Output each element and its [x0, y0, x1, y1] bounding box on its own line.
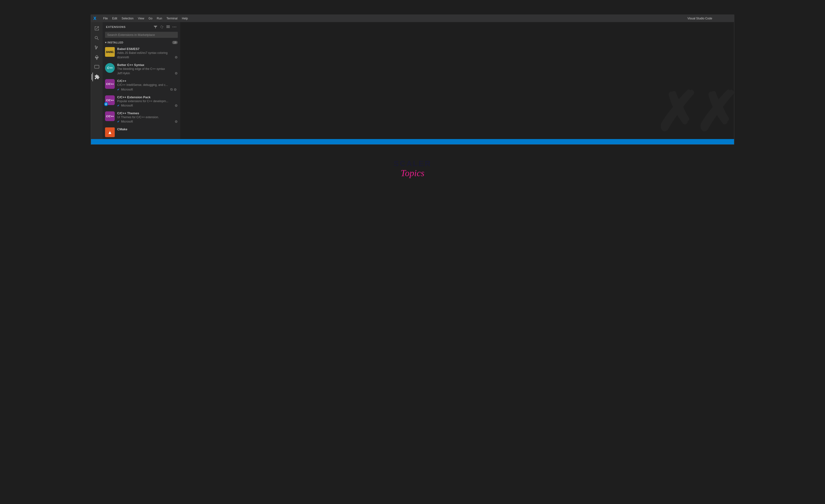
cpp-verified-icon: ✔ — [117, 88, 120, 91]
extension-item-babel[interactable]: BABEL Babel ES6/ES7 Adds JS Babel es6/es… — [102, 45, 180, 61]
status-bar — [91, 139, 734, 144]
svg-point-2 — [174, 27, 175, 27]
search-box[interactable] — [105, 32, 178, 38]
extension-item-better-cpp[interactable]: C++ Better C++ Syntax The bleeding edge … — [102, 61, 180, 77]
extensions-sidebar: EXTENSIONS — [102, 22, 180, 139]
cpp-pack-author: Microsoft — [121, 104, 133, 107]
branding-section: SCALER Topics — [394, 145, 432, 188]
sidebar-title: EXTENSIONS — [106, 25, 126, 28]
extensions-list: BABEL Babel ES6/ES7 Adds JS Babel es6/es… — [102, 45, 180, 139]
cpp-themes-info: C/C++ Themes UI Themes for C/C++ extensi… — [117, 112, 178, 124]
menu-file[interactable]: File — [101, 16, 109, 21]
window-title: Visual Studio Code — [687, 17, 732, 20]
cpp-themes-footer: ✔ Microsoft ⚙ — [117, 120, 178, 124]
cpp-themes-verified-icon: ✔ — [117, 120, 120, 123]
svg-rect-0 — [95, 65, 99, 68]
babel-name: Babel ES6/ES7 — [117, 47, 178, 51]
svg-point-1 — [173, 27, 173, 27]
cpp-name: C/C++ — [117, 79, 178, 83]
cpp-gear-icon[interactable]: ⚙ — [174, 88, 177, 91]
better-cpp-logo: C++ — [105, 63, 115, 73]
babel-info: Babel ES6/ES7 Adds JS Babel es6/es7 synt… — [117, 47, 178, 59]
cpp-desc: C/C++ IntelliSense, debugging, and c... — [117, 83, 178, 87]
source-control-activity-icon[interactable] — [92, 44, 101, 52]
filter-button[interactable] — [153, 24, 158, 29]
installed-count: 19 — [172, 41, 178, 44]
editor-area: ✗✗ — [180, 22, 734, 139]
cpp-pack-logo: C/C++ 6 — [105, 95, 115, 105]
menu-selection[interactable]: Selection — [120, 16, 135, 21]
vscode-watermark: ✗✗ — [655, 86, 734, 139]
cpp-themes-name: C/C++ Themes — [117, 112, 178, 115]
installed-chevron-icon: ▾ — [105, 41, 106, 44]
cpp-pack-info: C/C++ Extension Pack Popular extensions … — [117, 95, 178, 107]
better-cpp-footer: Jeff Hykin ⚙ — [117, 71, 178, 75]
better-cpp-name: Better C++ Syntax — [117, 63, 178, 67]
search-activity-icon[interactable] — [92, 34, 101, 43]
cpp-pack-gear-icon[interactable]: ⚙ — [175, 103, 178, 107]
extensions-activity-icon[interactable] — [92, 73, 101, 81]
cpp-extra-icons: ⧉ ⚙ — [170, 87, 177, 91]
menu-run[interactable]: Run — [155, 16, 164, 21]
installed-label: INSTALLED — [107, 41, 172, 44]
cpp-themes-logo: C/C++ — [105, 112, 115, 121]
brand-scaler-text: SCALER — [394, 159, 432, 168]
sidebar-header: EXTENSIONS — [102, 22, 180, 31]
vscode-logo: X — [93, 16, 96, 21]
brand-topics-text: Topics — [401, 168, 425, 178]
babel-logo: BABEL — [105, 47, 115, 57]
debug-activity-icon[interactable] — [92, 53, 101, 62]
sidebar-actions — [153, 24, 177, 29]
vscode-window: X File Edit Selection View Go Run Termin… — [91, 14, 734, 145]
cpp-pack-desc: Popular extensions for C++ developm... — [117, 99, 178, 103]
activity-bar — [91, 22, 102, 139]
babel-desc: Adds JS Babel es6/es7 syntax coloring — [117, 51, 178, 55]
babel-footer: dzannotti ⚙ — [117, 55, 178, 59]
extension-item-cpp[interactable]: C/C++ C/C++ C/C++ IntelliSense, debuggin… — [102, 77, 180, 93]
better-cpp-author: Jeff Hykin — [117, 72, 130, 75]
more-button[interactable] — [172, 24, 177, 29]
cpp-info: C/C++ C/C++ IntelliSense, debugging, and… — [117, 79, 178, 91]
better-cpp-gear-icon[interactable]: ⚙ — [175, 71, 178, 75]
menu-help[interactable]: Help — [180, 16, 190, 21]
babel-author: dzannotti — [117, 56, 129, 59]
menu-terminal[interactable]: Terminal — [164, 16, 179, 21]
cmake-info: CMake — [117, 127, 178, 132]
menu-edit[interactable]: Edit — [110, 16, 119, 21]
cpp-themes-author: Microsoft — [121, 120, 133, 123]
extension-item-cmake[interactable]: ▲ CMake — [102, 126, 180, 139]
cpp-themes-desc: UI Themes for C/C++ extension. — [117, 116, 178, 119]
better-cpp-desc: The bleeding edge of the C++ syntax — [117, 67, 178, 71]
cmake-logo: ▲ — [105, 127, 115, 137]
search-input[interactable] — [107, 33, 176, 37]
explorer-activity-icon[interactable] — [92, 24, 101, 33]
cpp-themes-gear-icon[interactable]: ⚙ — [175, 120, 178, 124]
better-cpp-info: Better C++ Syntax The bleeding edge of t… — [117, 63, 178, 75]
cpp-pack-name: C/C++ Extension Pack — [117, 95, 178, 99]
main-layout: EXTENSIONS — [91, 22, 734, 139]
cpp-windows-icon: ⧉ — [170, 87, 173, 91]
refresh-button[interactable] — [159, 24, 164, 29]
menu-view[interactable]: View — [136, 16, 146, 21]
extension-item-cpp-pack[interactable]: C/C++ 6 C/C++ Extension Pack Popular ext… — [102, 93, 180, 110]
cpp-pack-verified-icon: ✔ — [117, 104, 120, 107]
cpp-logo: C/C++ — [105, 79, 115, 89]
cpp-pack-footer: ✔ Microsoft ⚙ — [117, 103, 178, 107]
svg-point-3 — [176, 27, 176, 27]
cpp-footer: ✔ Microsoft ⧉ ⚙ — [117, 87, 178, 91]
cpp-pack-badge: 6 — [104, 102, 108, 106]
cmake-name: CMake — [117, 127, 178, 131]
views-button[interactable] — [166, 24, 170, 29]
menu-bar: File Edit Selection View Go Run Terminal… — [101, 16, 687, 21]
title-bar: X File Edit Selection View Go Run Termin… — [91, 15, 734, 22]
cpp-author: Microsoft — [121, 88, 133, 91]
menu-go[interactable]: Go — [147, 16, 154, 21]
extension-item-cpp-themes[interactable]: C/C++ C/C++ Themes UI Themes for C/C++ e… — [102, 110, 180, 126]
remote-activity-icon[interactable] — [92, 63, 101, 72]
installed-header[interactable]: ▾ INSTALLED 19 — [102, 40, 180, 45]
babel-gear-icon[interactable]: ⚙ — [175, 55, 178, 59]
